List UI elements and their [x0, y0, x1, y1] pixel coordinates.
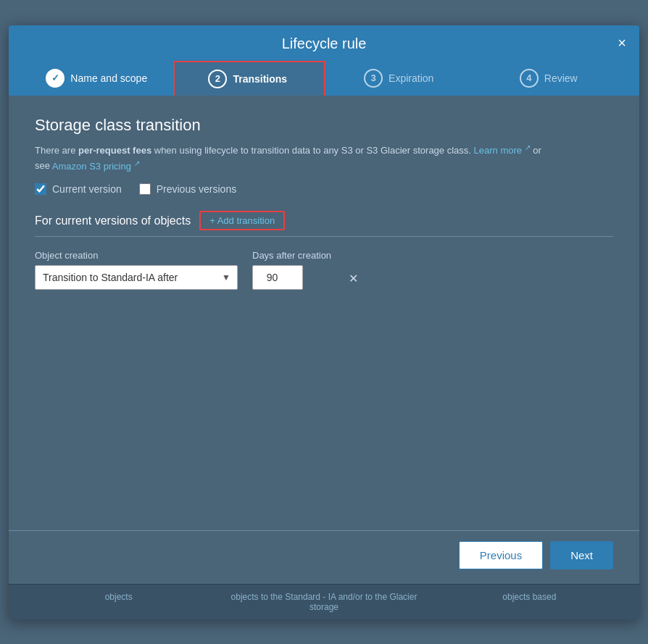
step-transitions[interactable]: 2 Transitions	[173, 61, 326, 96]
per-request-fees-bold: per-request fees	[78, 145, 151, 156]
remove-transition-button[interactable]: ✕	[346, 269, 361, 288]
modal-title: Lifecycle rule	[282, 35, 367, 52]
close-button[interactable]: ×	[618, 35, 626, 50]
learn-more-external-icon: ↗	[525, 143, 531, 151]
next-button[interactable]: Next	[550, 541, 613, 569]
step-review[interactable]: 4 Review	[475, 61, 626, 96]
modal-header: Lifecycle rule × ✓ Name and scope 2 Tran…	[9, 25, 639, 96]
pricing-external-icon: ↗	[134, 159, 140, 167]
current-versions-section-row: For current versions of objects + Add tr…	[35, 211, 613, 237]
section-title: Storage class transition	[35, 116, 613, 135]
previous-versions-checkbox-label[interactable]: Previous versions	[139, 183, 237, 195]
step-2-label: Transitions	[233, 73, 287, 85]
step-4-circle: 4	[520, 69, 539, 88]
modal-overlay: Lifecycle rule × ✓ Name and scope 2 Tran…	[0, 0, 648, 644]
fields-row: Object creation Transition to Standard-I…	[35, 250, 613, 290]
lifecycle-rule-modal: Lifecycle rule × ✓ Name and scope 2 Tran…	[9, 25, 639, 619]
transition-select-wrapper: Transition to Standard-IA after Transiti…	[35, 265, 238, 290]
step-1-circle: ✓	[46, 69, 65, 88]
modal-title-row: Lifecycle rule ×	[23, 35, 625, 61]
days-after-creation-label: Days after creation	[252, 250, 331, 261]
bottom-bar-item-2: objects to the Standard - IA and/or to t…	[228, 592, 419, 612]
step-3-circle: 3	[364, 69, 383, 88]
for-current-versions-label: For current versions of objects	[35, 214, 191, 227]
current-version-checkbox-label[interactable]: Current version	[35, 183, 122, 195]
amazon-pricing-link[interactable]: Amazon S3 pricing ↗	[52, 161, 140, 172]
object-creation-label: Object creation	[35, 250, 238, 261]
previous-versions-label: Previous versions	[157, 183, 237, 195]
description-text: There are per-request fees when using li…	[35, 142, 542, 174]
step-expiration[interactable]: 3 Expiration	[325, 61, 475, 96]
modal-body: Storage class transition There are per-r…	[9, 96, 639, 530]
add-transition-button[interactable]: + Add transition	[199, 211, 285, 230]
bottom-bar-item-1: objects	[23, 592, 214, 612]
bottom-bar: objects objects to the Standard - IA and…	[9, 584, 639, 619]
current-version-label: Current version	[52, 183, 122, 195]
previous-button[interactable]: Previous	[459, 541, 543, 569]
step-4-label: Review	[544, 72, 578, 84]
days-field-group: Days after creation	[252, 250, 331, 290]
object-creation-field-group: Object creation Transition to Standard-I…	[35, 250, 238, 290]
modal-footer: Previous Next	[9, 530, 639, 584]
step-2-circle: 2	[208, 70, 227, 88]
current-version-checkbox[interactable]	[35, 183, 46, 195]
step-3-label: Expiration	[389, 72, 433, 84]
steps-row: ✓ Name and scope 2 Transitions 3 Expirat…	[23, 61, 625, 96]
bottom-bar-item-3: objects based	[434, 592, 625, 612]
step-name-scope[interactable]: ✓ Name and scope	[23, 61, 173, 96]
step-1-label: Name and scope	[70, 72, 147, 84]
transition-select[interactable]: Transition to Standard-IA after Transiti…	[35, 265, 238, 290]
checkboxes-row: Current version Previous versions	[35, 183, 613, 195]
days-input[interactable]	[252, 265, 303, 290]
previous-versions-checkbox[interactable]	[139, 183, 151, 195]
learn-more-link[interactable]: Learn more ↗	[474, 145, 531, 156]
